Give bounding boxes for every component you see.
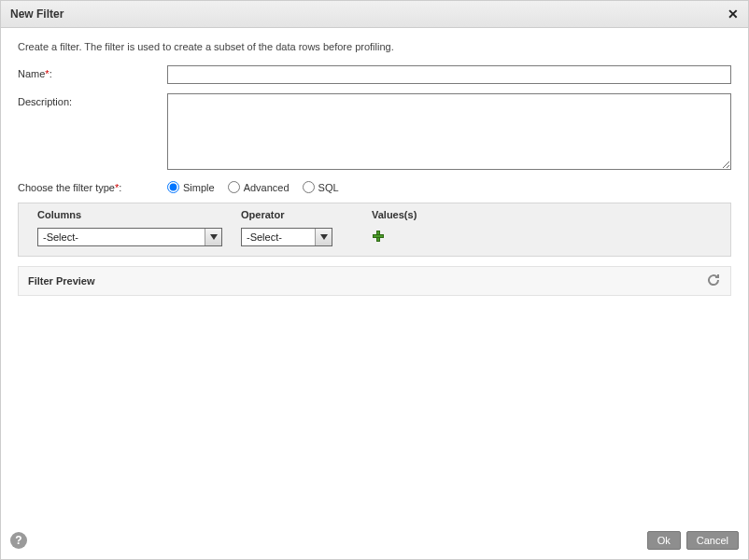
dialog-titlebar: New Filter ✕ [1,1,748,28]
grid-header-row: Columns Operator Values(s) [19,203,730,224]
name-label: Name*: [18,65,167,79]
footer-buttons: Ok Cancel [647,531,739,550]
intro-text: Create a filter. The filter is used to c… [18,41,731,52]
radio-simple-input[interactable] [167,181,179,193]
cancel-button[interactable]: Cancel [686,531,739,550]
filter-type-row: Choose the filter type*: Simple Advanced… [18,179,731,193]
operator-select[interactable]: -Select- [241,228,332,246]
svg-marker-0 [210,234,218,240]
radio-simple[interactable]: Simple [167,181,215,193]
radio-advanced[interactable]: Advanced [228,181,290,193]
header-columns: Columns [37,209,241,220]
columns-select-text: -Select- [38,229,205,245]
description-textarea[interactable] [167,93,731,170]
radio-sql-input[interactable] [303,181,315,193]
filter-type-radios: Simple Advanced SQL [167,179,339,193]
refresh-icon[interactable] [706,273,721,289]
dialog-content: Create a filter. The filter is used to c… [1,28,748,523]
filter-preview-bar: Filter Preview [18,266,731,296]
description-label: Description: [18,93,167,107]
name-input[interactable] [167,65,731,84]
dialog-title: New Filter [10,7,64,21]
name-row: Name*: [18,65,731,84]
add-value-icon[interactable] [372,230,385,243]
columns-select[interactable]: -Select- [37,228,222,246]
radio-sql[interactable]: SQL [303,181,339,193]
filter-preview-title: Filter Preview [28,275,95,287]
filter-grid-panel: Columns Operator Values(s) -Select- -Sel… [18,203,731,257]
help-icon[interactable]: ? [10,532,27,549]
svg-marker-1 [320,234,328,240]
operator-select-text: -Select- [242,229,315,245]
dialog-footer: ? Ok Cancel [1,523,748,559]
grid-body-row: -Select- -Select- [19,224,730,256]
filter-type-label: Choose the filter type*: [18,179,167,193]
description-row: Description: [18,93,731,170]
dropdown-icon [205,229,221,245]
dropdown-icon [315,229,332,245]
radio-advanced-input[interactable] [228,181,240,193]
close-icon[interactable]: ✕ [728,7,739,21]
header-values: Values(s) [372,209,484,220]
ok-button[interactable]: Ok [647,531,681,550]
header-operator: Operator [241,209,372,220]
